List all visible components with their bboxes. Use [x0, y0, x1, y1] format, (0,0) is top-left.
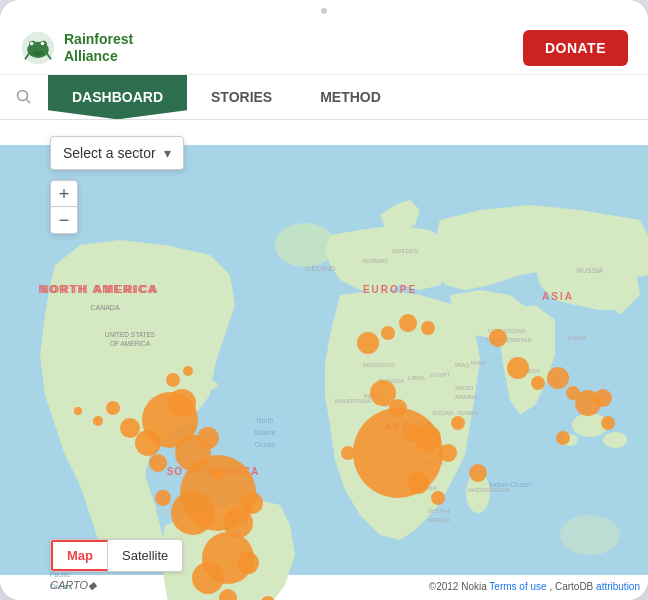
svg-text:IRAQ: IRAQ: [455, 362, 470, 368]
svg-point-105: [106, 401, 120, 415]
logo-line1: Rainforest: [64, 31, 133, 48]
map-type-controls: Map Satellite: [50, 539, 183, 572]
logo-icon: [20, 30, 56, 66]
svg-point-107: [74, 407, 82, 415]
carto-text: CARTO◆: [50, 579, 96, 591]
notch-dot: [321, 8, 327, 14]
svg-point-85: [353, 408, 443, 498]
svg-text:MOROCCO: MOROCCO: [363, 362, 395, 368]
search-icon: [16, 89, 32, 105]
terms-of-use-link[interactable]: Terms of use: [489, 581, 546, 592]
svg-point-72: [171, 491, 215, 535]
svg-point-12: [275, 223, 335, 267]
svg-point-87: [439, 444, 457, 462]
svg-point-104: [341, 446, 355, 460]
svg-point-19: [182, 379, 218, 391]
svg-point-6: [33, 51, 44, 56]
attribution-link[interactable]: attribution: [596, 581, 640, 592]
chevron-down-icon: ▾: [164, 145, 171, 161]
svg-point-66: [120, 418, 140, 438]
svg-point-74: [241, 492, 263, 514]
logo-line2: Alliance: [64, 48, 133, 65]
svg-text:YEMEN: YEMEN: [457, 410, 478, 416]
svg-point-9: [18, 91, 28, 101]
header: Rainforest Alliance DONATE: [0, 22, 648, 75]
tab-method[interactable]: METHOD: [296, 75, 405, 119]
svg-point-15: [603, 432, 627, 448]
svg-text:CANADA: CANADA: [90, 304, 120, 311]
svg-point-93: [421, 321, 435, 335]
map-container: NORTH AMERICA NORTH AMERICA CANADA UNITE…: [0, 120, 648, 600]
svg-text:OF AMERICA: OF AMERICA: [110, 340, 151, 347]
svg-point-106: [93, 416, 103, 426]
svg-point-110: [431, 491, 445, 505]
svg-text:North: North: [256, 417, 273, 424]
svg-point-108: [166, 373, 180, 387]
svg-text:SOUTH: SOUTH: [428, 508, 449, 514]
svg-point-4: [30, 42, 34, 46]
svg-text:RUSSIA: RUSSIA: [577, 267, 603, 274]
svg-point-18: [560, 515, 620, 555]
tab-dashboard[interactable]: DASHBOARD: [48, 75, 187, 119]
svg-point-94: [489, 329, 507, 347]
svg-point-92: [399, 314, 417, 332]
svg-text:AFRICA: AFRICA: [428, 517, 450, 523]
world-map: NORTH AMERICA NORTH AMERICA CANADA UNITE…: [0, 120, 648, 600]
svg-point-69: [149, 454, 167, 472]
carto-watermark: CARTO◆: [50, 579, 96, 592]
svg-text:Ocean: Ocean: [255, 441, 276, 448]
svg-text:IRAN: IRAN: [471, 360, 485, 366]
svg-text:LIBYA: LIBYA: [408, 375, 425, 381]
svg-point-65: [135, 430, 161, 456]
svg-point-109: [183, 366, 193, 376]
nav-bar: DASHBOARD STORIES METHOD: [0, 75, 648, 120]
svg-text:Atlantic: Atlantic: [254, 429, 277, 436]
svg-point-91: [381, 326, 395, 340]
zoom-out-button[interactable]: −: [51, 207, 77, 233]
map-type-satellite-button[interactable]: Satellite: [108, 540, 182, 571]
svg-text:ICELAND: ICELAND: [305, 265, 335, 272]
nav-search: [0, 75, 48, 119]
svg-text:UNITED STATES: UNITED STATES: [105, 331, 156, 338]
svg-point-68: [168, 389, 196, 417]
svg-point-5: [41, 42, 45, 46]
svg-text:NORWAY: NORWAY: [362, 258, 388, 264]
svg-text:SAUDI: SAUDI: [455, 385, 474, 391]
attribution-separator: , CartoDB: [549, 581, 596, 592]
logo-text: Rainforest Alliance: [64, 31, 133, 65]
sector-dropdown[interactable]: Select a sector ▾: [50, 136, 184, 170]
svg-point-103: [469, 464, 487, 482]
svg-point-97: [547, 367, 569, 389]
svg-text:EUROPE: EUROPE: [363, 284, 417, 295]
svg-point-77: [192, 562, 224, 594]
sector-dropdown-label: Select a sector: [63, 145, 156, 161]
svg-point-75: [155, 490, 171, 506]
svg-point-67: [197, 427, 219, 449]
svg-line-10: [27, 100, 31, 104]
svg-text:ASIA: ASIA: [542, 291, 574, 302]
svg-text:SWEDEN: SWEDEN: [392, 248, 418, 254]
map-type-map-button[interactable]: Map: [51, 540, 108, 571]
svg-text:MADAGASCAR: MADAGASCAR: [468, 487, 511, 493]
zoom-in-button[interactable]: +: [51, 181, 77, 207]
attribution-nokia: ©2012 Nokia: [429, 581, 490, 592]
svg-point-88: [407, 472, 429, 494]
device-notch: [0, 0, 648, 22]
svg-point-86: [415, 425, 441, 451]
svg-point-101: [601, 416, 615, 430]
map-attribution: ©2012 Nokia Terms of use , CartoDB attri…: [429, 581, 640, 592]
tab-stories[interactable]: STORIES: [187, 75, 296, 119]
svg-point-90: [357, 332, 379, 354]
svg-point-17: [614, 286, 626, 314]
donate-button[interactable]: DONATE: [523, 30, 628, 66]
svg-text:CHINA: CHINA: [568, 335, 587, 341]
device-frame: Rainforest Alliance DONATE DASHBOARD STO…: [0, 0, 648, 600]
svg-text:SUDAN: SUDAN: [432, 410, 453, 416]
svg-text:EGYPT: EGYPT: [430, 372, 451, 378]
svg-point-96: [531, 376, 545, 390]
svg-text:Pacific: Pacific: [50, 571, 71, 578]
svg-text:ARABIA: ARABIA: [455, 394, 477, 400]
svg-point-89: [451, 416, 465, 430]
svg-point-100: [594, 389, 612, 407]
svg-point-95: [507, 357, 529, 379]
